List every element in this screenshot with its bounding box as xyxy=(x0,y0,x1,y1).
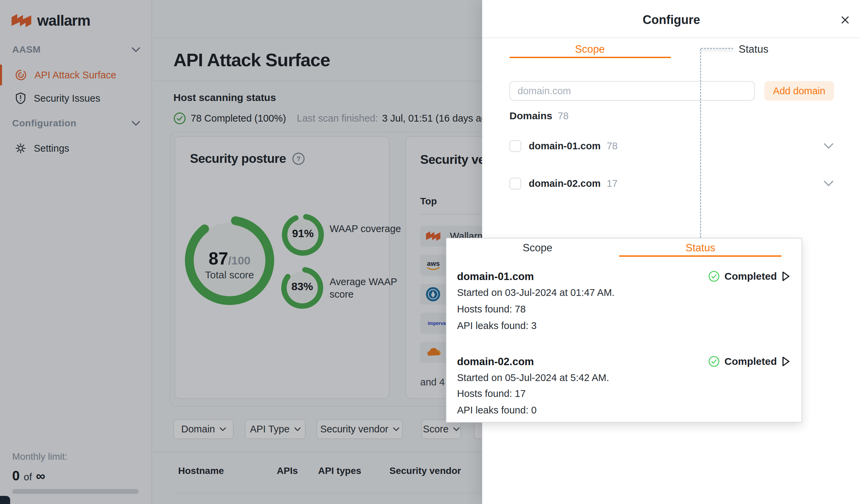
annotation-connector-horizontal xyxy=(701,48,733,49)
check-circle-icon xyxy=(708,270,720,282)
close-icon[interactable] xyxy=(840,14,851,26)
popup-status-1: Completed xyxy=(708,270,790,282)
drawer-tab-scope[interactable]: Scope xyxy=(563,43,617,55)
domain-2-checkbox[interactable] xyxy=(510,178,521,190)
drawer-tab-scope-underline xyxy=(510,57,671,58)
drawer-tab-status[interactable]: Status xyxy=(739,43,769,55)
popup-leaks-2: API leaks found: 0 xyxy=(457,405,536,416)
popup-tab-scope[interactable]: Scope xyxy=(511,242,564,254)
popup-tab-status[interactable]: Status xyxy=(673,242,728,254)
domain-1-checkbox[interactable] xyxy=(510,140,521,152)
drawer-title: Configure xyxy=(483,13,860,27)
status-popup: Scope Status domain-01.com Completed Sta… xyxy=(446,238,802,423)
check-circle-icon xyxy=(708,356,720,367)
popup-domain-2: domain-02.com xyxy=(457,356,534,368)
domain-row-2: domain-02.com 17 xyxy=(510,172,833,195)
popup-hosts-1: Hosts found: 78 xyxy=(457,304,526,315)
app-screen: wallarm AASM API Attack Surface xyxy=(0,0,860,504)
run-scan-icon[interactable] xyxy=(782,356,790,367)
chevron-down-icon[interactable] xyxy=(824,181,833,186)
popup-started-2: Started on 05-Jul-2024 at 5:42 AM. xyxy=(457,372,609,383)
domains-total-count: 78 xyxy=(558,110,569,122)
drawer-header-divider xyxy=(483,38,860,38)
popup-domain-1: domain-01.com xyxy=(457,270,534,283)
run-scan-icon[interactable] xyxy=(782,271,790,281)
domain-input[interactable] xyxy=(510,81,755,101)
popup-tab-status-underline xyxy=(619,255,782,257)
popup-leaks-1: API leaks found: 3 xyxy=(457,320,536,331)
domains-heading: Domains 78 xyxy=(510,110,569,122)
popup-started-1: Started on 03-Jul-2024 at 01:47 AM. xyxy=(457,287,615,298)
annotation-connector-vertical xyxy=(700,49,701,238)
chevron-down-icon[interactable] xyxy=(824,143,833,149)
add-domain-button[interactable]: Add domain xyxy=(764,81,834,101)
popup-status-2: Completed xyxy=(708,356,790,367)
domain-row-1: domain-01.com 78 xyxy=(510,134,833,158)
popup-hosts-2: Hosts found: 17 xyxy=(457,388,526,399)
